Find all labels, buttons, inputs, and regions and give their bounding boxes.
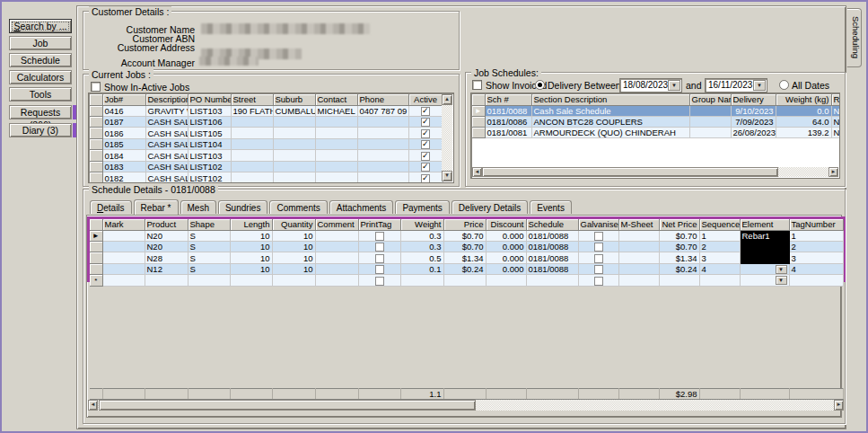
job-row[interactable]: 0187CASH SALESLIST106 (90, 116, 443, 127)
row-selector[interactable] (90, 128, 102, 138)
column-header[interactable]: Sequence (699, 219, 740, 230)
column-header[interactable]: Street (231, 94, 273, 105)
chevron-down-icon[interactable]: ▼ (776, 276, 787, 285)
row-selector[interactable] (90, 105, 102, 116)
delivery-between-radio[interactable] (535, 80, 545, 90)
job-row[interactable]: 0183CASH SALESLIST102 (90, 161, 443, 172)
job-row[interactable]: 0184CASH SALESLIST103 (90, 150, 443, 161)
column-header[interactable]: Element (740, 219, 789, 230)
row-selector[interactable]: ► (90, 230, 102, 241)
rebar-row[interactable]: N20S10100.3$0.700.0000181/0088$0.7022 (90, 241, 843, 252)
row-selector[interactable] (90, 150, 102, 161)
checkbox[interactable] (375, 277, 384, 286)
row-selector[interactable] (90, 161, 102, 172)
job-row[interactable]: 0185CASH SALESLIST104 (90, 138, 443, 149)
column-header[interactable]: Weight (400, 219, 443, 230)
row-selector[interactable] (90, 252, 102, 263)
column-header[interactable]: PO Number (188, 94, 231, 105)
all-dates-radio[interactable] (779, 80, 789, 90)
show-invoiced-checkbox[interactable] (472, 80, 482, 90)
chevron-down-icon[interactable]: ▼ (753, 80, 766, 91)
row-selector[interactable] (90, 263, 102, 274)
element-cell[interactable]: ▼ (740, 263, 789, 274)
tab-delivery-details[interactable]: Delivery Details (452, 200, 528, 214)
schedule-row[interactable]: 0181/0086ANCON BTC28 COUPLERS7/09/202364… (472, 116, 840, 127)
column-header[interactable]: M-Sheet (618, 219, 659, 230)
checkbox[interactable] (375, 254, 384, 263)
column-header[interactable]: Net Price (659, 219, 699, 230)
tab-events[interactable]: Events (530, 200, 572, 214)
column-header[interactable]: Quantity (272, 219, 315, 230)
column-header[interactable]: Res (831, 94, 840, 105)
row-selector[interactable] (472, 127, 485, 137)
tab-rebar[interactable]: Rebar * (134, 199, 179, 215)
row-selector[interactable]: * (90, 275, 102, 286)
horizontal-scrollbar[interactable] (98, 400, 834, 411)
column-header[interactable]: Group Name (689, 94, 731, 105)
tab-comments[interactable]: Comments (269, 200, 327, 214)
column-header[interactable]: Job# (102, 94, 145, 105)
requests-button[interactable]: Requests (366) (9, 105, 72, 119)
checkbox[interactable] (375, 232, 384, 241)
checkbox[interactable] (421, 107, 430, 116)
vertical-scrollbar[interactable] (442, 105, 452, 172)
checkbox[interactable] (421, 118, 430, 127)
job-row[interactable]: 0416GRAVITY W.LIST103190 FLATHECUMBALUMM… (90, 105, 443, 116)
rebar-row[interactable]: N12S10100.1$0.240.0000181/0088$0.244▼4 (90, 263, 843, 274)
job-button[interactable]: Job (9, 36, 72, 50)
rebar-new-row[interactable]: *▼ (90, 275, 843, 286)
checkbox[interactable] (421, 140, 430, 149)
chevron-down-icon[interactable]: ▼ (668, 80, 680, 91)
column-header[interactable]: Galvanised (578, 219, 618, 230)
column-header[interactable]: Shape (188, 219, 230, 230)
tools-button[interactable]: Tools (9, 87, 72, 102)
checkbox[interactable] (594, 243, 603, 252)
column-header[interactable]: Delivery (731, 94, 776, 105)
date-from-combo[interactable]: 18/08/2023 ▼ (619, 78, 682, 93)
column-header[interactable]: Schedule (526, 219, 578, 230)
schedule-button[interactable]: Schedule (9, 53, 72, 67)
tab-mesh[interactable]: Mesh (180, 200, 216, 214)
calculators-button[interactable]: Calculators (9, 70, 72, 84)
show-inactive-jobs-checkbox[interactable] (91, 82, 101, 92)
column-header[interactable]: Comment (315, 219, 358, 230)
column-header[interactable]: PrintTag (358, 219, 400, 230)
column-header[interactable]: Discount (486, 219, 526, 230)
column-header[interactable]: Price (443, 219, 486, 230)
checkbox[interactable] (594, 265, 603, 274)
column-header[interactable]: Active (408, 94, 443, 105)
row-selector[interactable] (90, 116, 102, 127)
column-header[interactable] (90, 94, 102, 105)
scroll-up-icon[interactable]: ▲ (442, 94, 452, 105)
column-header[interactable] (90, 219, 102, 230)
checkbox[interactable] (421, 163, 430, 172)
scrollbar-thumb[interactable] (99, 400, 476, 411)
checkbox[interactable] (421, 129, 430, 138)
column-header[interactable]: Description (145, 94, 188, 105)
tab-details[interactable]: Details (90, 200, 132, 214)
scroll-right-icon[interactable]: ► (829, 167, 838, 177)
element-cell[interactable]: ▼ (740, 275, 789, 286)
job-row[interactable]: 0186CASH SALESLIST105 (90, 128, 443, 138)
checkbox[interactable] (421, 174, 430, 183)
job-row[interactable]: 0182CASH SALESLIST102 (90, 172, 443, 183)
checkbox[interactable] (375, 265, 384, 274)
tab-sundries[interactable]: Sundries (218, 200, 267, 214)
column-header[interactable]: Contact (315, 94, 357, 105)
scroll-down-icon[interactable]: ▼ (442, 171, 452, 181)
column-header[interactable]: Sch # (485, 94, 531, 105)
checkbox[interactable] (421, 152, 430, 161)
row-selector[interactable]: ► (472, 105, 485, 116)
horizontal-scrollbar[interactable] (482, 167, 829, 177)
tab-attachments[interactable]: Attachments (329, 200, 394, 214)
column-header[interactable]: Section Description (531, 94, 689, 105)
checkbox[interactable] (594, 254, 603, 263)
checkbox[interactable] (375, 243, 384, 252)
column-header[interactable] (472, 94, 485, 105)
rebar-row[interactable]: ►N20S10100.3$0.700.0000181/0088$0.701Reb… (90, 230, 843, 241)
column-header[interactable]: TagNumber (789, 219, 843, 230)
row-selector[interactable] (90, 138, 102, 149)
row-selector[interactable] (90, 241, 102, 252)
checkbox[interactable] (594, 232, 603, 241)
scroll-left-icon[interactable]: ◄ (472, 167, 482, 177)
